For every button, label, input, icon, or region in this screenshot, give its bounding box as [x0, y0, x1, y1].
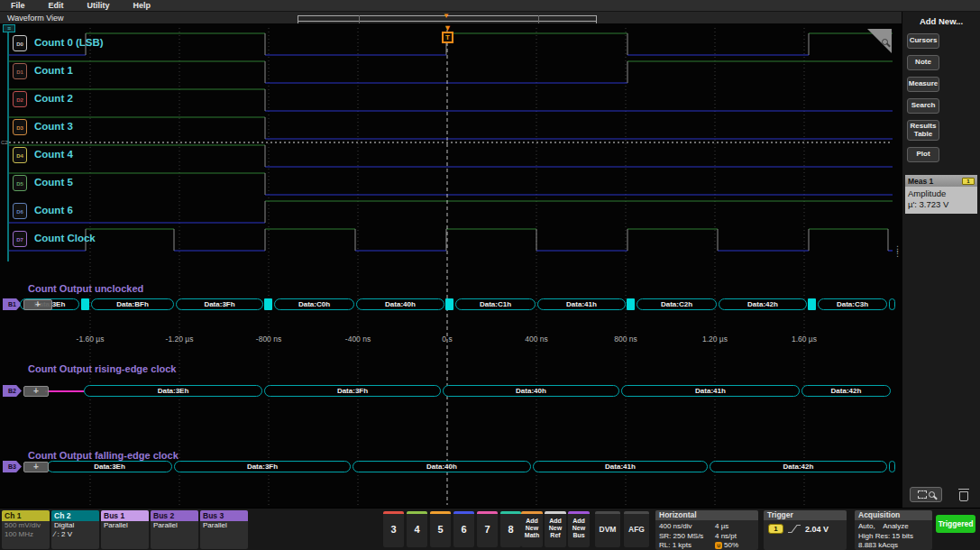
add-new-search-button[interactable]: Search [907, 98, 939, 114]
waveform-view[interactable]: C2 ≡ D0Count 0 (LSB)D1Count 1D2Count 2D3… [0, 24, 902, 508]
channel-button-5[interactable]: 5 [430, 511, 451, 547]
digital-channel-badge-d2[interactable]: D2 [13, 91, 27, 107]
minimap-left-cap [298, 15, 298, 23]
bottom-bar: Ch 1500 mV/div100 MHzCh 2Digital∕ : 2 VB… [0, 508, 980, 550]
digital-channel-badge-d3[interactable]: D3 [13, 119, 27, 135]
add-new-plot-button[interactable]: Plot [907, 147, 939, 162]
add-new-bus-button[interactable]: AddNewBus [568, 511, 590, 547]
channel-button-4[interactable]: 4 [407, 511, 427, 547]
digital-group-grip-icon[interactable]: ≡ [3, 24, 15, 32]
digital-channel-label-d3[interactable]: Count 3 [34, 121, 73, 132]
trigger-panel-title: Trigger [764, 510, 847, 520]
bus-data-bubble: Data:C3h [818, 298, 887, 310]
add-new-cursors-button[interactable]: Cursors [907, 33, 939, 49]
bus-data-bubble: Data:3Fh [174, 461, 351, 472]
digital-channel-label-d1[interactable]: Count 1 [34, 65, 73, 76]
bus-data-bubble: Data:40h [443, 385, 619, 397]
acquisition-row: High Res: 15 bits [855, 532, 932, 542]
minimap-tick [538, 15, 539, 23]
channel-badge-bus-3[interactable]: Bus 3Parallel [200, 510, 248, 549]
bus-data-bubble: Data:42h [710, 461, 887, 472]
measurement-name: Amplitude [908, 188, 975, 199]
menu-file[interactable]: File [11, 1, 25, 10]
trigger-flag[interactable]: T [442, 32, 453, 43]
channel-badge-ch-2[interactable]: Ch 2Digital∕ : 2 V [51, 510, 99, 549]
digital-channel-label-d5[interactable]: Count 5 [34, 177, 73, 188]
trigger-position-marker[interactable]: ▼ T [440, 24, 455, 43]
bus-data-bubble [889, 461, 895, 472]
bus-drag-handle[interactable]: + [23, 462, 49, 472]
bus-drag-handle[interactable]: + [23, 299, 52, 310]
bus-section-label-b2: Count Output rising-edge clock [28, 363, 176, 374]
channel-badge-ch-1[interactable]: Ch 1500 mV/div100 MHz [2, 510, 50, 549]
horizontal-value: 4 ns/pt [715, 532, 758, 542]
channel-badge-bus-1[interactable]: Bus 1Parallel [101, 510, 149, 549]
menu-bar: FileEditUtilityHelp [0, 0, 980, 12]
digital-channel-label-d6[interactable]: Count 6 [34, 205, 73, 215]
channel-badge-bus-2[interactable]: Bus 2Parallel [151, 510, 198, 549]
channel-button-3[interactable]: 3 [383, 511, 404, 547]
menu-edit[interactable]: Edit [49, 1, 64, 10]
acquisition-panel[interactable]: Acquisition Auto, AnalyzeHigh Res: 15 bi… [855, 510, 932, 550]
digital-channel-badge-d1[interactable]: D1 [13, 63, 27, 79]
trash-icon[interactable] [958, 489, 969, 501]
zoom-select-button[interactable] [910, 487, 942, 502]
channel-badge-line: Parallel [151, 521, 198, 530]
channel-badge-line: 100 MHz [2, 530, 50, 539]
channel-badge-line: Digital [51, 521, 99, 530]
add-new-math-button[interactable]: AddNewMath [521, 511, 543, 547]
bus-data-bubble: Data:C1h [455, 298, 536, 310]
digital-channel-label-d4[interactable]: Count 4 [34, 149, 73, 160]
time-axis-label: 800 ns [614, 335, 637, 344]
menu-help[interactable]: Help [133, 1, 151, 10]
time-axis-label: -1.60 µs [77, 335, 105, 344]
bus-data-bubble [889, 298, 895, 310]
digital-channel-label-d2[interactable]: Count 2 [34, 93, 73, 104]
digital-channel-badge-d6[interactable]: D6 [13, 203, 27, 219]
minimap-trigger-marker-icon[interactable]: ▼ [443, 13, 450, 20]
panel-splitter-handle[interactable]: ⋮⋮ [893, 247, 902, 256]
magnifier-icon [929, 491, 935, 498]
digital-channel-badge-d5[interactable]: D5 [13, 175, 27, 191]
trigger-panel[interactable]: Trigger 1 2.04 V [764, 510, 847, 550]
bus-data-bubble: Data:C2h [637, 298, 717, 310]
digital-channel-badge-d7[interactable]: D7 [13, 231, 27, 247]
measurement-card[interactable]: Meas 1 1 Amplitude µ': 3.723 V [905, 175, 977, 214]
horizontal-value: 4 µs [715, 522, 758, 532]
menu-utility[interactable]: Utility [87, 1, 110, 10]
digital-channel-label-d0[interactable]: Count 0 (LSB) [34, 37, 104, 48]
bus-drag-handle[interactable]: + [23, 386, 49, 397]
digital-channel-badge-d0[interactable]: D0 [13, 35, 27, 51]
add-new-results-table-button[interactable]: Results Table [907, 120, 939, 141]
bus-data-bubble: Data:3Eh [47, 461, 172, 472]
triggered-status-badge[interactable]: Triggered [936, 515, 975, 533]
horizontal-row: SR: 250 MS/s4 ns/pt [655, 532, 758, 542]
svg-text:C2: C2 [1, 140, 8, 145]
measurement-card-header[interactable]: Meas 1 1 [905, 175, 977, 187]
afg-button[interactable]: AFG [624, 511, 649, 547]
bus-data-bubble: Data:C0h [274, 298, 354, 310]
trigger-level-value: 2.04 V [805, 525, 829, 534]
digital-channel-label-d7[interactable]: Count Clock [34, 233, 96, 243]
dvm-button[interactable]: DVM [595, 511, 620, 547]
add-new-note-button[interactable]: Note [907, 55, 939, 70]
bus-section-label-b3: Count Output falling-edge clock [28, 450, 179, 461]
bus-data-bubble: Data:40h [353, 461, 531, 472]
add-new-measure-button[interactable]: Measure [907, 77, 939, 92]
measurement-value: µ': 3.723 V [908, 199, 975, 210]
horizontal-value: RL: 1 kpts [659, 541, 715, 550]
horizontal-value: 400 ns/div [659, 522, 715, 532]
channel-badge-header: Ch 1 [2, 510, 50, 521]
channel-button-7[interactable]: 7 [477, 511, 498, 547]
bus-transition-block [627, 298, 635, 310]
channel-button-8[interactable]: 8 [500, 511, 521, 547]
measurement-source-badge: 1 [962, 178, 975, 185]
measurement-card-body: Amplitude µ': 3.723 V [905, 187, 977, 214]
horizontal-position-minimap[interactable]: ▼ [298, 15, 597, 22]
add-new-ref-button[interactable]: AddNewRef [545, 511, 566, 547]
horizontal-panel[interactable]: Horizontal 400 ns/div4 µsSR: 250 MS/s4 n… [655, 510, 758, 550]
channel-button-6[interactable]: 6 [453, 511, 474, 547]
digital-channel-badge-d4[interactable]: D4 [13, 147, 27, 163]
time-axis-label: -400 ns [345, 335, 371, 344]
acquisition-row: Auto, Analyze [855, 522, 932, 532]
